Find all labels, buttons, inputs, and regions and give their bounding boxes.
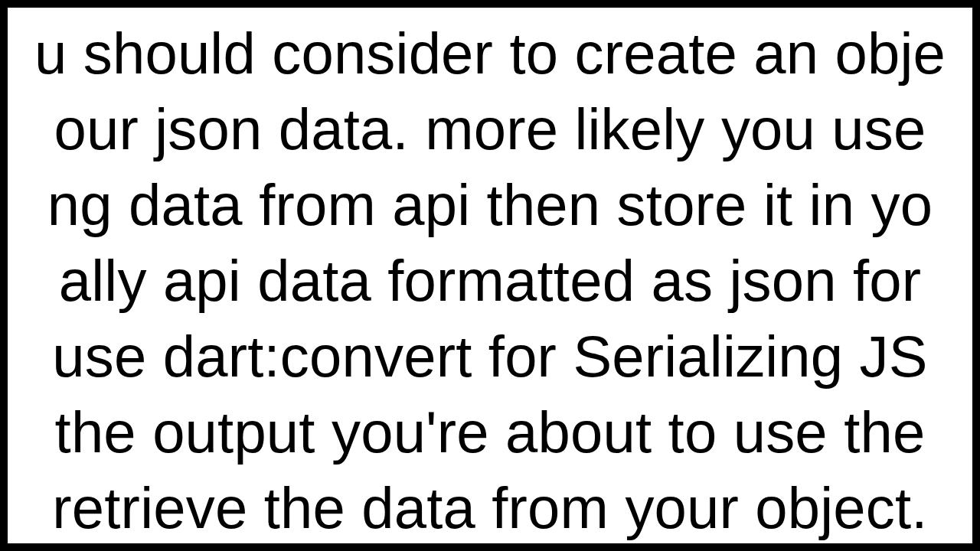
text-line-1: u should consider to create an obje xyxy=(34,21,946,86)
text-line-7: retrieve the data from your object. xyxy=(52,475,927,540)
text-line-6: the output you're about to use the xyxy=(55,399,926,465)
body-text: u should consider to create an obje our … xyxy=(0,15,980,546)
text-line-3: ng data from api then store it in yo xyxy=(47,172,933,237)
text-line-4: ally api data formatted as json for xyxy=(59,248,921,313)
text-line-2: our json data. more likely you use xyxy=(54,96,926,161)
text-line-5: use dart:convert for Serializing JS xyxy=(52,324,927,389)
document-frame: u should consider to create an obje our … xyxy=(0,0,980,551)
